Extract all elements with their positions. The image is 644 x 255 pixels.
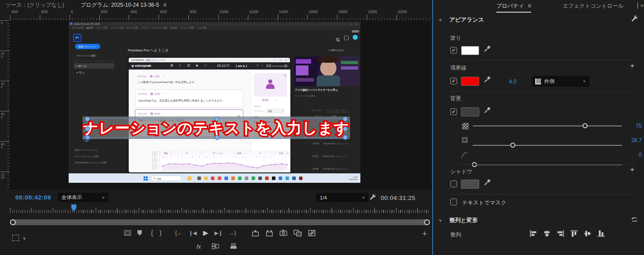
- anchor-point[interactable]: [83, 135, 90, 142]
- captured-app-icon: [70, 23, 72, 25]
- caption-selection-box[interactable]: ナレーションのテキストを入力します: [87, 118, 346, 138]
- voicepeak-timecode: 00.13.77: [217, 64, 229, 67]
- stroke-enable-checkbox[interactable]: ✓: [450, 78, 457, 84]
- comparison-view-button[interactable]: [294, 228, 302, 238]
- appearance-settings-wrench-icon[interactable]: [631, 15, 639, 24]
- vp-phoneme-table: 教材やマニュアル動画の作成に キョウザイヤマニュアルドウガノサクセイニ: [159, 151, 289, 171]
- tab-effect-controls[interactable]: エフェクトコントロール: [563, 2, 624, 10]
- tab-properties[interactable]: プロパティ ≡: [496, 2, 531, 13]
- background-size-value[interactable]: 26.7: [623, 137, 642, 144]
- go-to-in-button[interactable]: {←: [175, 228, 182, 238]
- background-size-icon: [462, 137, 467, 143]
- step-back-button[interactable]: ❙◀: [189, 228, 197, 238]
- zoom-level-select[interactable]: 全体表示∨: [58, 193, 108, 202]
- shadow-label: シャドウ: [450, 168, 472, 176]
- align-bottom-button[interactable]: [597, 230, 605, 237]
- tab-source[interactable]: ソース：(クリップなし): [5, 1, 64, 9]
- reset-parameters-icon[interactable]: [631, 216, 639, 224]
- secondary-toolbar: fx: [172, 242, 262, 252]
- filter-input: ファイルをフィルター: [326, 109, 349, 112]
- play-button[interactable]: ▶: [203, 228, 208, 238]
- home-apps-icon: [344, 36, 349, 40]
- background-eyedropper-icon[interactable]: [484, 107, 490, 116]
- export-frame-button[interactable]: [280, 228, 287, 238]
- background-opacity-handle[interactable]: [583, 123, 588, 128]
- align-transform-collapse-icon[interactable]: ∨: [439, 218, 442, 223]
- monitor-settings-wrench-icon[interactable]: [369, 194, 377, 203]
- align-top-button[interactable]: [570, 230, 578, 237]
- button-editor-icon[interactable]: [212, 243, 219, 251]
- stroke-style-select[interactable]: 外側 ∨: [532, 76, 589, 87]
- add-button[interactable]: +: [422, 229, 427, 239]
- panel-menu-icon[interactable]: ≡: [528, 3, 531, 9]
- chevron-down-icon: ∨: [583, 79, 586, 83]
- background-color-swatch[interactable]: [461, 107, 479, 116]
- background-radius-icon: [462, 153, 467, 158]
- playback-resolution-select[interactable]: 1/4∨: [316, 193, 369, 202]
- appearance-section-title[interactable]: アピアランス: [449, 16, 484, 24]
- background-enable-checkbox[interactable]: ✓: [450, 108, 457, 115]
- shadow-enable-checkbox[interactable]: [450, 181, 457, 187]
- handle-top-right[interactable]: [343, 116, 348, 121]
- stroke-color-swatch[interactable]: [461, 77, 479, 86]
- captured-menubar: ファイル(F)編集(E)クリップ(C)シーケンス(S)マーカー(M)グラフィック…: [69, 26, 360, 30]
- align-center-horizontal-button[interactable]: [543, 230, 551, 237]
- vertical-ruler: 02004006008001000: [0, 20, 9, 190]
- lift-button[interactable]: [252, 228, 259, 238]
- selection-marquee-icon[interactable]: [12, 235, 19, 241]
- hide-info-toggle: ∧ 情報を非表示: [328, 49, 344, 51]
- handle-top-left[interactable]: [85, 116, 90, 121]
- tab-overflow-icon[interactable]: »: [640, 2, 644, 9]
- appearance-collapse-icon[interactable]: ∨: [439, 18, 442, 22]
- handle-bottom-right[interactable]: [343, 135, 348, 140]
- align-left-button[interactable]: [530, 230, 537, 237]
- align-center-vertical-button[interactable]: [584, 230, 591, 237]
- sequence-duration: 00:04:31:25: [381, 195, 415, 201]
- add-marker-button[interactable]: [137, 228, 142, 238]
- fill-enable-checkbox[interactable]: ✓: [450, 47, 457, 54]
- step-forward-button[interactable]: ▶❙: [215, 228, 223, 238]
- align-right-button[interactable]: [557, 230, 564, 237]
- extract-button[interactable]: [266, 228, 273, 238]
- global-fx-mute-button[interactable]: fx: [196, 244, 201, 250]
- handle-mid-left[interactable]: [85, 126, 90, 131]
- background-radius-value[interactable]: 0: [623, 152, 642, 158]
- zoom-handle-left[interactable]: [10, 219, 16, 225]
- selection-tool-chevron-icon[interactable]: ∨: [23, 236, 26, 241]
- fill-eyedropper-icon[interactable]: [484, 46, 490, 54]
- tutorial-link: チュートリアルを見る: [295, 95, 316, 97]
- go-to-out-button[interactable]: →}: [229, 228, 236, 238]
- mark-out-button[interactable]: }: [159, 228, 162, 238]
- voicepeak-redo-icon: ↻: [261, 64, 263, 67]
- background-opacity-value[interactable]: 75: [623, 123, 642, 129]
- mark-in-button[interactable]: {: [151, 228, 153, 238]
- mask-with-text-checkbox[interactable]: [450, 199, 457, 205]
- safe-margins-button[interactable]: [124, 228, 131, 238]
- current-timecode[interactable]: 00:00:42:09: [15, 194, 51, 201]
- properties-tab-bar: プロパティ ≡ エフェクトコントロール »: [433, 0, 644, 12]
- welcome-heading: Premiere Pro へようこそ: [128, 48, 168, 53]
- multi-camera-toggle-button[interactable]: [308, 228, 316, 238]
- panel-menu-icon[interactable]: ≡: [163, 2, 167, 8]
- stroke-width-value[interactable]: 4.0: [509, 79, 517, 85]
- background-size-handle[interactable]: [510, 143, 515, 148]
- background-size-slider[interactable]: [473, 143, 622, 148]
- windows-taskbar: 検索 13:372025/10/24: [69, 173, 360, 183]
- stroke-eyedropper-icon[interactable]: [484, 76, 490, 85]
- handle-top-center[interactable]: [215, 116, 219, 121]
- captured-search-field: [352, 30, 359, 32]
- export-media-icon[interactable]: [230, 243, 237, 251]
- monitor-zoom-scrollbar[interactable]: [10, 219, 430, 225]
- shadow-color-swatch[interactable]: [461, 180, 479, 189]
- handle-bottom-center[interactable]: [215, 135, 219, 140]
- chevron-down-icon: ∨: [362, 196, 365, 199]
- fill-color-swatch[interactable]: [461, 46, 479, 55]
- shadow-eyedropper-icon[interactable]: [484, 179, 490, 188]
- align-transform-section-title[interactable]: 整列と変形: [449, 217, 478, 224]
- add-stroke-button[interactable]: +: [630, 61, 635, 70]
- handle-mid-right[interactable]: [343, 126, 348, 131]
- zoom-handle-right[interactable]: [424, 219, 430, 225]
- background-opacity-slider[interactable]: [473, 123, 622, 128]
- properties-panel: プロパティ ≡ エフェクトコントロール » ∨ アピアランス 塗り ✓ 境界線 …: [432, 0, 644, 255]
- add-shadow-button[interactable]: +: [630, 165, 635, 174]
